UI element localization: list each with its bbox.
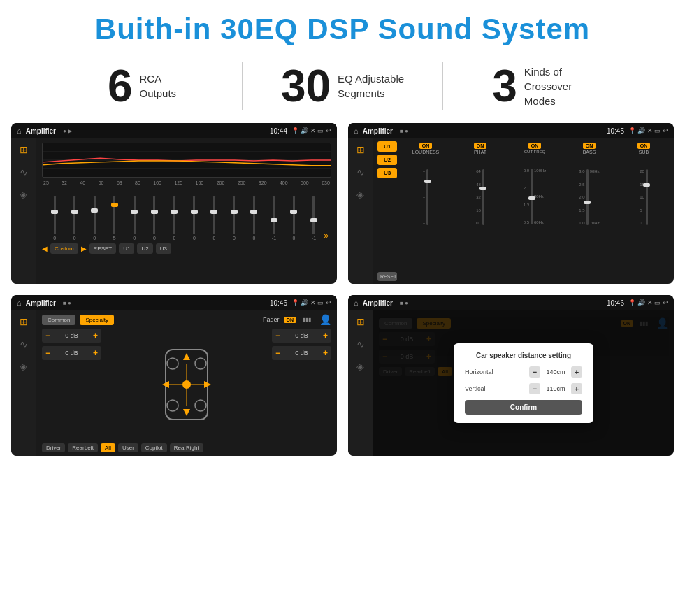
sub-label: SUB (639, 150, 649, 155)
plus-fr[interactable]: + (323, 331, 328, 341)
eq-icon-3[interactable]: ⊞ (20, 316, 28, 327)
screen-body-4: ⊞ ∿ ◈ Common Specialty ON ▮▮▮ 👤 (348, 310, 674, 456)
eq-icon[interactable]: ⊞ (20, 144, 28, 155)
on-sub: ON (637, 143, 651, 149)
screen-body-2: ⊞ ∿ ◈ U1 U2 U3 RESET ON LOUDN (348, 138, 674, 284)
stat-crossover-label: Kinds ofCrossover Modes (524, 64, 594, 108)
home-icon-3: ⌂ (17, 299, 22, 307)
on-bass: ON (583, 143, 596, 149)
wave-icon[interactable]: ∿ (20, 166, 28, 178)
wave-icon-3[interactable]: ∿ (20, 338, 28, 350)
u2-btn[interactable]: U2 (137, 243, 152, 254)
xover-presets: U1 U2 U3 RESET (377, 141, 397, 281)
status-icons-1: 📍 🔊 ✕ ▭ ↩ (291, 127, 331, 134)
slider-10: 0 (244, 196, 264, 241)
screen-sidebar-1: ⊞ ∿ ◈ (11, 138, 36, 284)
status-dots-2: ■ ● (400, 128, 408, 134)
wave-icon-2[interactable]: ∿ (356, 166, 365, 178)
plus-rl[interactable]: + (93, 348, 98, 358)
time-3: 10:46 (270, 299, 287, 307)
screen-body-1: ⊞ ∿ ◈ 2 (11, 138, 337, 284)
vertical-control: − 110cm + (529, 383, 582, 394)
stat-eq-number: 30 (281, 64, 331, 108)
rearright-btn[interactable]: RearRight (170, 443, 203, 452)
slider-0: 0 (45, 196, 65, 241)
speaker-icon-2[interactable]: ◈ (356, 189, 364, 200)
svg-marker-11 (183, 353, 190, 360)
slider-5: 0 (145, 196, 165, 241)
distance-dialog: Car speaker distance setting Horizontal … (454, 343, 593, 423)
horizontal-control: − 140cm + (529, 366, 582, 378)
svg-point-7 (195, 400, 206, 411)
slider-9: 0 (224, 196, 245, 241)
minus-fr[interactable]: − (275, 331, 280, 341)
eq-sliders: 0 0 0 5 0 (42, 188, 331, 241)
next-btn[interactable]: ▶ (81, 245, 87, 252)
speaker-icon[interactable]: ◈ (20, 189, 27, 200)
all-btn[interactable]: All (101, 443, 115, 452)
driver-btn[interactable]: Driver (42, 443, 65, 452)
status-icons-4: 📍 🔊 ✕ ▭ ↩ (628, 299, 668, 306)
reset-btn-eq[interactable]: RESET (89, 243, 117, 254)
minus-fl[interactable]: − (45, 331, 50, 341)
preset-u1[interactable]: U1 (377, 141, 397, 152)
xover-reset-btn[interactable]: RESET (377, 272, 397, 281)
slider-11: -1 (264, 196, 284, 241)
phat-label: PHAT (474, 150, 486, 155)
custom-btn[interactable]: Custom (50, 243, 78, 254)
horizontal-minus[interactable]: − (529, 366, 540, 378)
minus-rl[interactable]: − (45, 348, 50, 358)
prev-btn[interactable]: ◀ (42, 245, 48, 252)
preset-u2[interactable]: U2 (377, 155, 397, 165)
app-title-1: Amplifier (26, 127, 56, 135)
bass-label: BASS (583, 150, 596, 155)
u3-btn[interactable]: U3 (156, 243, 171, 254)
stat-crossover: 3 Kinds ofCrossover Modes (443, 64, 643, 108)
slider-12: 0 (284, 196, 304, 241)
vertical-minus[interactable]: − (529, 383, 540, 394)
car-diagram-area (106, 329, 268, 440)
speaker-icon-4[interactable]: ◈ (356, 361, 364, 372)
cutfreq-label: CUT FREQ (524, 150, 546, 154)
screen-fader: ⌂ Amplifier ■ ● 10:46 📍 🔊 ✕ ▭ ↩ ⊞ ∿ ◈ Co… (11, 295, 337, 456)
stat-crossover-number: 3 (492, 64, 517, 108)
wave-icon-4[interactable]: ∿ (356, 338, 365, 350)
plus-rr[interactable]: + (323, 348, 328, 358)
horizontal-label: Horizontal (465, 368, 507, 375)
fader-label: Fader (263, 316, 280, 323)
dialog-overlay: Car speaker distance setting Horizontal … (373, 310, 674, 456)
db-control-fl: − 0 dB + (42, 329, 101, 343)
db-val-rr: 0 dB (283, 350, 320, 357)
fader-top-row: Common Specialty Fader ON ▮▮▮ 👤 (42, 314, 331, 325)
slider-3: 5 (105, 196, 125, 241)
dialog-row-horizontal: Horizontal − 140cm + (465, 366, 582, 378)
status-bar-4: ⌂ Amplifier ■ ● 10:46 📍 🔊 ✕ ▭ ↩ (348, 295, 674, 310)
eq-bottom-bar: ◀ Custom ▶ RESET U1 U2 U3 (42, 243, 331, 254)
eq-more-icon[interactable]: » (324, 231, 329, 241)
home-icon-4: ⌂ (354, 299, 359, 307)
rearleft-btn[interactable]: RearLeft (68, 443, 98, 452)
horizontal-plus[interactable]: + (571, 366, 582, 378)
slider-13: -1 (304, 196, 324, 241)
plus-fl[interactable]: + (93, 331, 98, 341)
copilot-btn[interactable]: Copilot (141, 443, 167, 452)
vertical-plus[interactable]: + (571, 383, 582, 394)
minus-rr[interactable]: − (275, 348, 280, 358)
eq-icon-2[interactable]: ⊞ (356, 144, 365, 155)
eq-icon-4[interactable]: ⊞ (356, 316, 365, 327)
user-btn[interactable]: User (118, 443, 138, 452)
fader-main-area: − 0 dB + − 0 dB + (42, 329, 331, 440)
preset-u3[interactable]: U3 (377, 168, 397, 178)
status-bar-2: ⌂ Amplifier ■ ● 10:45 📍 🔊 ✕ ▭ ↩ (348, 123, 674, 138)
fader-bottom-row: Driver RearLeft All User Copilot RearRig… (42, 443, 331, 452)
screen-body-3: ⊞ ∿ ◈ Common Specialty Fader ON ▮▮▮ 👤 (11, 310, 337, 456)
common-tab[interactable]: Common (42, 315, 75, 325)
vertical-label: Vertical (465, 385, 507, 392)
u1-btn[interactable]: U1 (119, 243, 134, 254)
specialty-tab[interactable]: Specialty (80, 315, 113, 325)
speaker-icon-3[interactable]: ◈ (20, 361, 27, 372)
loudness-label: LOUDNESS (412, 150, 440, 155)
screens-grid: ⌂ Amplifier ● ▶ 10:44 📍 🔊 ✕ ▭ ↩ ⊞ ∿ ◈ (0, 123, 685, 467)
horizontal-value: 140cm (543, 368, 568, 375)
confirm-button[interactable]: Confirm (465, 400, 582, 415)
